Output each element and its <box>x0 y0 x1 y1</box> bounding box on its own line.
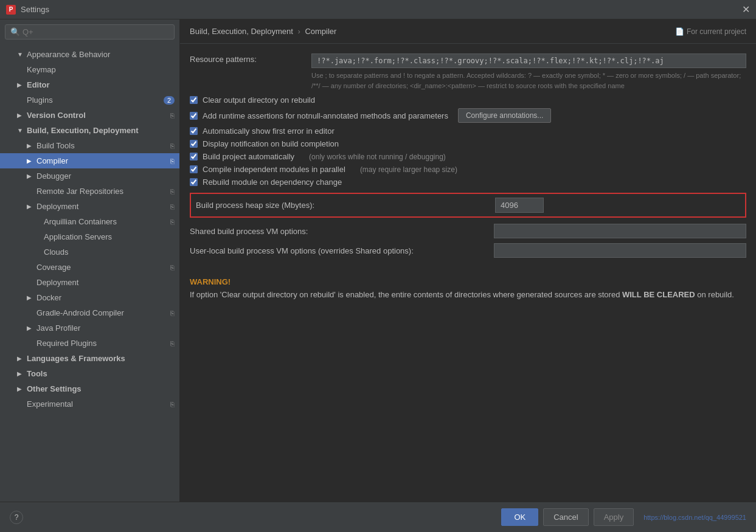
copy-icon: ⎘ <box>170 157 175 165</box>
clear-output-checkbox[interactable] <box>190 96 198 104</box>
checkbox-add-runtime: Add runtime assertions for notnull-annot… <box>190 108 746 123</box>
copy-icon: ⎘ <box>170 401 175 408</box>
shared-vm-input[interactable] <box>494 224 746 238</box>
sidebar-item-java-profiler[interactable]: ▶ Java Profiler <box>0 320 179 336</box>
cancel-button[interactable]: Cancel <box>543 508 588 526</box>
sidebar-item-clouds[interactable]: Clouds <box>0 244 179 260</box>
help-button[interactable]: ? <box>10 511 23 524</box>
sidebar-item-other-settings[interactable]: ▶ Other Settings <box>0 381 179 396</box>
sidebar-item-keymap[interactable]: Keymap <box>0 62 179 77</box>
user-vm-row: User-local build process VM options (ove… <box>190 243 746 258</box>
build-auto-label: Build project automatically <box>203 152 294 161</box>
warning-section: WARNING! If option 'Clear output directo… <box>190 270 746 309</box>
app-icon: P <box>6 5 16 15</box>
checkbox-build-auto: Build project automatically (only works … <box>190 152 746 161</box>
auto-show-error-checkbox[interactable] <box>190 127 198 135</box>
rebuild-module-checkbox[interactable] <box>190 178 198 186</box>
sidebar-item-build-tools[interactable]: ▶ Build Tools ⎘ <box>0 138 179 153</box>
ok-button[interactable]: OK <box>501 508 538 526</box>
heap-input[interactable] <box>495 198 544 213</box>
checkbox-clear-output: Clear output directory on rebuild <box>190 95 746 105</box>
sidebar-item-required-plugins[interactable]: Required Plugins ⎘ <box>0 336 179 351</box>
configure-annotations-button[interactable]: Configure annotations... <box>458 108 551 123</box>
sidebar-item-label: Build, Execution, Deployment <box>27 126 138 135</box>
sidebar-item-label: Build Tools <box>36 141 75 150</box>
sidebar-item-deployment[interactable]: ▶ Deployment ⎘ <box>0 199 179 214</box>
sidebar-item-label: Deployment <box>36 202 78 211</box>
sidebar-item-remote-jar[interactable]: Remote Jar Repositories ⎘ <box>0 184 179 199</box>
title-bar: P Settings ✕ <box>0 0 756 19</box>
arrow-icon: ▶ <box>27 157 34 164</box>
search-icon: 🔍 <box>10 27 20 36</box>
sidebar-item-experimental[interactable]: Experimental ⎘ <box>0 396 179 412</box>
sidebar-item-compiler[interactable]: ▶ Compiler ⎘ <box>0 153 179 168</box>
sidebar-item-editor[interactable]: ▶ Editor <box>0 77 179 92</box>
copy-icon: ⎘ <box>170 142 175 150</box>
sidebar-item-label: Required Plugins <box>36 339 97 348</box>
auto-show-error-label: Automatically show first error in editor <box>203 126 335 136</box>
sidebar-item-appearance[interactable]: ▼ Appearance & Behavior <box>0 47 179 62</box>
warning-title: WARNING! <box>190 277 746 286</box>
sidebar-item-gradle-android[interactable]: Gradle-Android Compiler ⎘ <box>0 305 179 320</box>
breadcrumb: Build, Execution, Deployment › Compiler <box>190 27 336 36</box>
build-auto-note: (only works while not running / debuggin… <box>309 153 446 161</box>
content-body: Resource patterns: Use ; to separate pat… <box>180 44 756 502</box>
user-vm-input[interactable] <box>494 243 746 258</box>
sidebar-item-arquillian[interactable]: Arquillian Containers ⎘ <box>0 214 179 229</box>
project-icon: 📄 <box>675 27 684 36</box>
checkbox-compile-parallel: Compile independent modules in parallel … <box>190 165 746 174</box>
resource-patterns-input[interactable] <box>311 54 746 68</box>
sidebar-item-app-servers[interactable]: Application Servers <box>0 229 179 244</box>
arrow-icon: ▶ <box>27 325 34 331</box>
sidebar-item-label: Coverage <box>36 263 71 272</box>
checkbox-auto-show-error: Automatically show first error in editor <box>190 126 746 136</box>
add-runtime-label: Add runtime assertions for notnull-annot… <box>203 111 448 120</box>
sidebar-item-languages[interactable]: ▶ Languages & Frameworks <box>0 351 179 366</box>
compile-parallel-checkbox[interactable] <box>190 165 198 173</box>
arrow-icon: ▼ <box>17 51 24 58</box>
copy-icon: ⎘ <box>170 340 175 347</box>
sidebar-item-docker[interactable]: ▶ Docker <box>0 290 179 305</box>
sidebar-item-label: Deployment <box>36 278 78 287</box>
arrow-icon: ▶ <box>27 294 34 301</box>
warning-text: If option 'Clear output directory on reb… <box>190 289 746 302</box>
for-project: 📄 For current project <box>675 27 746 36</box>
sidebar-item-label: Experimental <box>27 399 73 409</box>
copy-icon: ⎘ <box>170 218 175 226</box>
close-button[interactable]: ✕ <box>742 4 750 15</box>
sidebar-item-coverage[interactable]: Coverage ⎘ <box>0 260 179 275</box>
shared-vm-row: Shared build process VM options: <box>190 224 746 238</box>
compile-parallel-note: (may require larger heap size) <box>360 165 457 174</box>
sidebar-item-debugger[interactable]: ▶ Debugger <box>0 168 179 184</box>
arrow-icon: ▶ <box>17 370 24 377</box>
rebuild-module-label: Rebuild module on dependency change <box>203 178 342 187</box>
apply-button[interactable]: Apply <box>594 508 634 526</box>
arrow-icon: ▶ <box>27 173 34 179</box>
build-auto-checkbox[interactable] <box>190 153 198 161</box>
main-container: 🔍 ▼ Appearance & Behavior Keymap ▶ Edito… <box>0 19 756 502</box>
add-runtime-checkbox[interactable] <box>190 112 198 120</box>
user-vm-label: User-local build process VM options (ove… <box>190 246 494 255</box>
sidebar-item-build-execution[interactable]: ▼ Build, Execution, Deployment <box>0 123 179 138</box>
sidebar-item-label: Remote Jar Repositories <box>36 187 123 196</box>
heap-size-section: Build process heap size (Mbytes): <box>190 193 746 218</box>
sidebar-item-label: Keymap <box>27 65 56 74</box>
sidebar-item-tools[interactable]: ▶ Tools <box>0 366 179 381</box>
heap-label: Build process heap size (Mbytes): <box>191 201 495 210</box>
sidebar-item-deployment2[interactable]: Deployment <box>0 275 179 290</box>
search-input[interactable] <box>23 27 169 36</box>
sidebar-item-label: Plugins <box>27 95 53 105</box>
bottom-left: ? <box>10 511 23 524</box>
sidebar-item-label: Arquillian Containers <box>44 217 117 226</box>
sidebar-item-version-control[interactable]: ▶ Version Control ⎘ <box>0 108 179 123</box>
copy-icon: ⎘ <box>170 309 175 317</box>
breadcrumb-current: Compiler <box>305 27 336 36</box>
search-box[interactable]: 🔍 <box>5 24 175 40</box>
display-notification-checkbox[interactable] <box>190 140 198 148</box>
sidebar-item-plugins[interactable]: Plugins 2 <box>0 92 179 108</box>
copy-icon: ⎘ <box>170 264 175 271</box>
content-header: Build, Execution, Deployment › Compiler … <box>180 19 756 44</box>
sidebar-item-label: Appearance & Behavior <box>27 50 110 59</box>
checkbox-display-notification: Display notification on build completion <box>190 139 746 148</box>
bottom-right: OK Cancel Apply https://blog.csdn.net/qq… <box>501 508 746 526</box>
